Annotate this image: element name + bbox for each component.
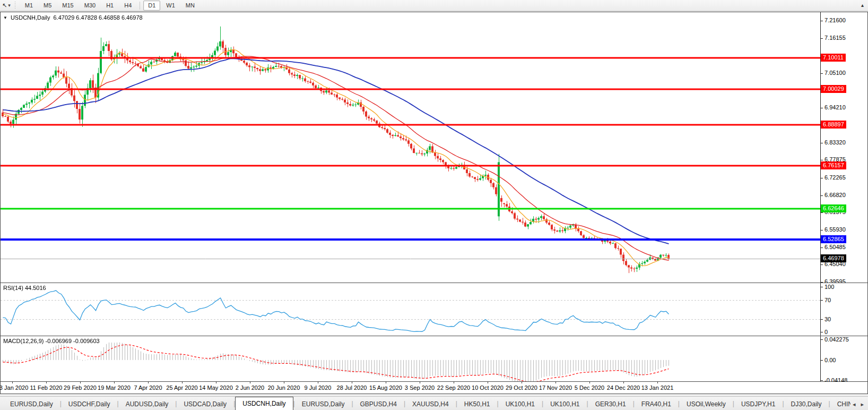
rsi-axis-tick	[821, 287, 823, 287]
chart-tab-xauusd-h4[interactable]: XAUUSD,H4	[405, 398, 456, 410]
chart-tab-uk100-h1[interactable]: UK100,H1	[499, 398, 542, 410]
price-axis-tick-label: 6.66820	[824, 192, 846, 198]
date-axis-tick	[80, 382, 81, 383]
chart-tab-usdcad-daily[interactable]: USDCAD,Daily	[177, 398, 233, 410]
chart-tab-eurusd-daily[interactable]: EURUSD,Daily	[3, 398, 60, 410]
date-axis-tick	[623, 382, 624, 383]
rsi-axis-tick-label: 100	[824, 284, 834, 290]
chart-tab-usoil-weekly[interactable]: USOil,Weekly	[680, 398, 733, 410]
date-axis-tick	[12, 382, 13, 383]
timeframe-button-M30[interactable]: M30	[80, 1, 100, 11]
toolbar-separator	[140, 2, 140, 10]
chart-tab-ger30-h1[interactable]: GER30,H1	[588, 398, 633, 410]
price-line-label[interactable]: 6.62646	[821, 204, 846, 212]
macd-axis-tick	[821, 339, 823, 340]
timeframe-button-D1[interactable]: D1	[143, 1, 160, 11]
chart-window: ▼ USDCNH,Daily 6.47029 6.47828 6.46858 6…	[0, 12, 868, 394]
timeframe-button-H4[interactable]: H4	[119, 1, 136, 11]
price-axis-tick	[821, 108, 823, 108]
tab-scroll-right-icon[interactable]: ▸	[861, 401, 864, 408]
price-line-label[interactable]: 6.88897	[821, 121, 846, 129]
chart-tab-china300-h1[interactable]: CHINA300,H1	[830, 398, 850, 410]
cursor-tool-icon[interactable]: ↖	[2, 2, 7, 9]
tab-scroll-left-icon[interactable]: ◂	[853, 401, 856, 408]
macd-axis[interactable]: 0.0422750.00-0.04148	[820, 336, 867, 381]
date-axis-label: 13 Jan 2021	[636, 385, 679, 391]
date-axis-tick	[420, 382, 420, 383]
macd-chart-canvas[interactable]	[1, 336, 820, 381]
date-axis-tick	[46, 382, 47, 383]
timeframe-button-H1[interactable]: H1	[101, 1, 118, 11]
price-axis-tick	[821, 21, 823, 21]
timeframe-toolbar: ↖ ▾ M1M5M15M30H1H4D1W1MN ▴	[0, 0, 868, 11]
toolbar-overflow-icon[interactable]: ▴	[861, 2, 864, 8]
timeframe-button-MN[interactable]: MN	[181, 1, 199, 11]
date-axis-tick	[250, 382, 250, 383]
price-axis-tick-label: 7.21600	[824, 17, 846, 23]
timeframe-button-W1[interactable]: W1	[161, 1, 180, 11]
price-axis-tick	[821, 73, 823, 74]
chart-tab-usdchf-daily[interactable]: USDCHF,Daily	[62, 398, 117, 410]
chart-menu-icon[interactable]: ▼	[3, 15, 7, 20]
price-axis-tick-label: 6.50485	[824, 244, 846, 250]
price-line-label[interactable]: 6.76157	[821, 161, 846, 169]
date-axis-tick	[284, 382, 284, 383]
macd-axis-tick-label: 0.042275	[824, 336, 849, 343]
rsi-axis-tick-label: 30	[824, 316, 831, 322]
date-axis-tick	[488, 382, 488, 383]
tab-scroll-buttons: ◂ ▸	[850, 401, 868, 410]
date-axis-tick	[352, 382, 352, 383]
chart-tab-usdjpy-h1[interactable]: USDJPY,H1	[734, 398, 782, 410]
chart-title: ▼ USDCNH,Daily 6.47029 6.47828 6.46858 6…	[3, 14, 143, 21]
price-line-label[interactable]: 7.10011	[821, 54, 846, 62]
timeframe-buttons: M1M5M15M30H1H4D1W1MN	[20, 0, 200, 11]
date-axis-tick	[657, 382, 658, 383]
chart-tab-audusd-daily[interactable]: AUDUSD,Daily	[119, 398, 176, 410]
date-axis-tick	[216, 382, 216, 383]
price-axis-tick	[821, 247, 823, 248]
date-axis-tick	[386, 382, 386, 383]
timeframe-button-M1[interactable]: M1	[20, 1, 38, 11]
rsi-panel: RSI(14) 44.5016 10070300	[1, 283, 867, 336]
price-axis-tick	[821, 230, 823, 230]
price-axis-tick	[821, 212, 823, 213]
rsi-axis-tick-label: 0	[824, 329, 828, 335]
timeframe-button-M5[interactable]: M5	[39, 1, 56, 11]
date-axis[interactable]: 23 Jan 202011 Feb 202029 Feb 202019 Mar …	[1, 382, 867, 394]
date-axis-tick	[589, 382, 590, 383]
price-axis[interactable]: 7.216007.161557.051006.942106.833206.778…	[820, 12, 867, 283]
chart-tab-hk50-h1[interactable]: HK50,H1	[457, 398, 497, 410]
chart-tab-eurusd-daily[interactable]: EURUSD,Daily	[295, 398, 352, 410]
rsi-axis-tick	[821, 300, 823, 301]
timeframe-button-M15[interactable]: M15	[57, 1, 78, 11]
toolbar-grip[interactable]	[14, 2, 16, 10]
rsi-axis-tick	[821, 332, 823, 332]
price-panel: ▼ USDCNH,Daily 6.47029 6.47828 6.46858 6…	[1, 12, 867, 283]
price-axis-tick	[821, 38, 823, 39]
price-axis-tick	[821, 195, 823, 196]
chart-tab-fra40-h1[interactable]: FRA40,H1	[635, 398, 678, 410]
price-line-label[interactable]: 6.52865	[821, 235, 846, 243]
chart-tab-dj30-daily[interactable]: DJ30,Daily	[784, 398, 829, 410]
chart-ohlc-values: 6.47029 6.47828 6.46858 6.46978	[53, 14, 142, 21]
rsi-chart-canvas[interactable]	[1, 283, 820, 336]
price-axis-tick	[821, 282, 823, 283]
trading-terminal: ↖ ▾ M1M5M15M30H1H4D1W1MN ▴ ▼ USDCNH,Dail…	[0, 0, 868, 410]
macd-axis-tick-label: 0.00	[824, 357, 836, 363]
cursor-tool-dropdown-icon[interactable]: ▾	[8, 3, 11, 8]
candlestick-chart-canvas[interactable]	[1, 12, 820, 283]
chart-tab-gbpusd-h4[interactable]: GBPUSD,H4	[353, 398, 404, 410]
rsi-axis-tick-label: 70	[824, 297, 831, 303]
rsi-axis-tick	[821, 319, 823, 320]
price-line-label[interactable]: 7.00029	[821, 85, 846, 93]
chart-tab-usdcnh-daily[interactable]: USDCNH,Daily	[235, 397, 293, 410]
chart-tab-uk100-h1[interactable]: UK100,H1	[543, 398, 586, 410]
date-axis-tick	[148, 382, 149, 383]
current-price-label: 6.46978	[821, 254, 846, 262]
price-axis-tick-label: 6.94210	[824, 104, 846, 110]
macd-axis-tick	[821, 380, 823, 381]
rsi-label: RSI(14) 44.5016	[3, 285, 46, 291]
price-axis-tick	[821, 160, 823, 160]
price-axis-tick-label: 6.83320	[824, 139, 846, 146]
rsi-axis[interactable]: 10070300	[820, 283, 867, 336]
